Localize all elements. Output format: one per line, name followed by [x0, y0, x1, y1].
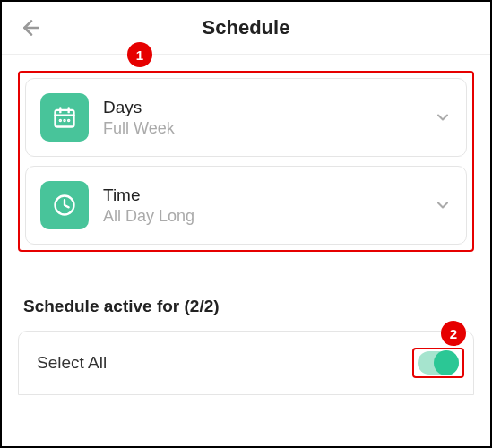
select-all-label: Select All: [37, 353, 107, 373]
days-card[interactable]: Days Full Week: [25, 78, 467, 157]
time-text: Time All Day Long: [103, 185, 434, 226]
calendar-icon: [40, 93, 89, 142]
time-title: Time: [103, 185, 434, 205]
days-title: Days: [103, 98, 434, 117]
chevron-down-icon: [434, 196, 452, 214]
time-card[interactable]: Time All Day Long: [25, 166, 467, 245]
days-subtitle: Full Week: [103, 119, 434, 138]
clock-icon: [40, 181, 89, 229]
header: Schedule: [2, 2, 490, 55]
svg-point-6: [64, 120, 65, 121]
select-all-toggle[interactable]: [418, 351, 459, 375]
chevron-down-icon: [434, 108, 452, 126]
section-title: Schedule active for (2/2): [23, 297, 474, 316]
svg-rect-1: [56, 110, 74, 127]
time-subtitle: All Day Long: [103, 207, 434, 226]
toggle-knob: [434, 350, 459, 375]
svg-point-5: [60, 120, 61, 121]
page-title: Schedule: [203, 16, 290, 39]
svg-point-7: [68, 120, 69, 121]
content: 1 Days Full Week: [2, 55, 490, 395]
select-all-row: Select All 2: [18, 331, 474, 395]
callout-group-schedule: 1 Days Full Week: [18, 71, 474, 252]
days-text: Days Full Week: [103, 98, 434, 138]
callout-group-toggle: 2: [412, 348, 464, 378]
arrow-left-icon: [20, 16, 43, 39]
callout-badge-1: 1: [127, 42, 152, 67]
callout-badge-2: 2: [441, 321, 466, 346]
back-button[interactable]: [20, 16, 43, 39]
